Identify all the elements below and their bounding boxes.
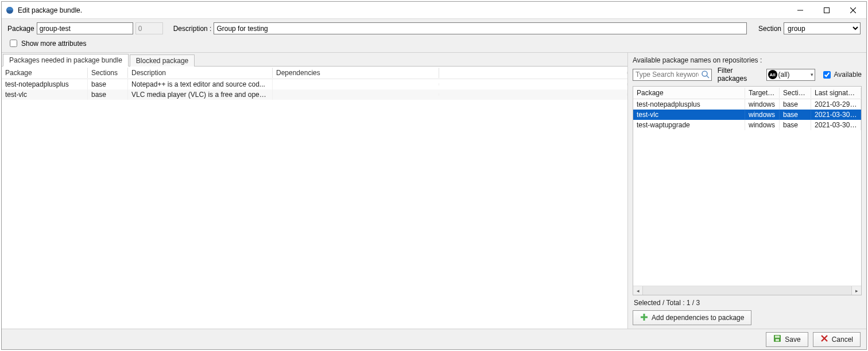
left-col-empty xyxy=(439,72,627,74)
bottom-bar: Save Cancel xyxy=(2,329,866,349)
scroll-left-icon[interactable]: ◂ xyxy=(633,286,642,295)
save-icon xyxy=(773,334,781,344)
minimize-button[interactable] xyxy=(787,2,813,19)
chevron-down-icon: ▾ xyxy=(811,72,813,77)
filter-all-icon: All xyxy=(768,70,777,79)
svg-point-5 xyxy=(702,71,707,76)
table-row[interactable]: test-notepadplusplus base Notepad++ is a… xyxy=(2,79,627,89)
right-col-sections[interactable]: Sections xyxy=(780,88,811,98)
scroll-track[interactable] xyxy=(642,286,852,295)
table-row[interactable]: test-waptupgrade windows base 2021-03-30… xyxy=(633,120,861,130)
left-col-sections[interactable]: Sections xyxy=(88,68,128,78)
plus-icon xyxy=(640,313,648,323)
right-pane: Available package names on repositories … xyxy=(627,52,866,329)
description-input[interactable] xyxy=(214,22,747,34)
table-row[interactable]: test-notepadplusplus windows base 2021-0… xyxy=(633,99,861,110)
table-row[interactable]: test-vlc base VLC media player (VLC) is … xyxy=(2,89,627,100)
close-button[interactable] xyxy=(840,2,866,19)
package-label: Package xyxy=(7,25,34,33)
attributes-row: Show more attributes xyxy=(2,37,866,52)
save-button[interactable]: Save xyxy=(766,332,808,347)
right-col-target-os[interactable]: Target OS xyxy=(745,88,780,98)
section-select[interactable]: group xyxy=(784,22,861,34)
table-row[interactable]: test-vlc windows base 2021-03-30T09... xyxy=(633,110,861,120)
left-col-description[interactable]: Description xyxy=(128,68,273,78)
left-table-head: Package Sections Description Dependencie… xyxy=(2,67,627,79)
cancel-button[interactable]: Cancel xyxy=(813,332,861,347)
search-input[interactable] xyxy=(633,69,712,81)
right-table[interactable]: Package Target OS Sections Last signatur… xyxy=(633,86,862,295)
search-wrap xyxy=(633,69,712,81)
right-controls: Filter packages All (all) ▾ Available xyxy=(628,67,866,86)
tabs: Packages needed in package bundle Blocke… xyxy=(2,53,627,67)
form-bar: Package 0 Description : Section group xyxy=(2,19,866,37)
tab-blocked[interactable]: Blocked package xyxy=(130,54,195,67)
app-icon xyxy=(5,6,14,15)
description-label: Description : xyxy=(173,25,212,33)
svg-rect-8 xyxy=(641,316,648,318)
svg-line-6 xyxy=(707,76,709,78)
left-col-dependencies[interactable]: Dependencies xyxy=(273,68,439,78)
right-col-package[interactable]: Package xyxy=(633,88,745,98)
window: Edit package bundle. Package 0 Descripti… xyxy=(1,1,867,350)
window-title: Edit package bundle. xyxy=(18,6,82,14)
right-col-last-signature[interactable]: Last signature ... xyxy=(811,88,861,98)
available-checkbox[interactable] xyxy=(823,71,831,79)
selection-status: Selected / Total : 1 / 3 xyxy=(628,295,866,310)
left-pane: Packages needed in package bundle Blocke… xyxy=(2,52,627,329)
show-more-checkbox[interactable] xyxy=(10,40,17,47)
tab-needed[interactable]: Packages needed in package bundle xyxy=(3,54,129,67)
search-icon xyxy=(701,70,710,79)
filter-label: Filter packages xyxy=(718,67,761,83)
svg-rect-10 xyxy=(775,336,780,338)
cancel-icon xyxy=(820,334,828,344)
available-checkbox-wrap[interactable]: Available xyxy=(821,69,862,80)
filter-select[interactable]: All (all) ▾ xyxy=(766,69,815,81)
left-table[interactable]: Package Sections Description Dependencie… xyxy=(2,67,627,329)
svg-rect-2 xyxy=(824,7,830,13)
section-label: Section xyxy=(758,25,781,33)
package-input[interactable] xyxy=(37,22,133,34)
main-split: Packages needed in package bundle Blocke… xyxy=(2,52,866,329)
left-col-package[interactable]: Package xyxy=(2,68,88,78)
right-heading: Available package names on repositories … xyxy=(628,53,866,67)
horizontal-scrollbar[interactable]: ◂ ▸ xyxy=(633,286,861,295)
add-dependencies-button[interactable]: Add dependencies to package xyxy=(633,310,751,325)
scroll-right-icon[interactable]: ▸ xyxy=(852,286,861,295)
show-more-label: Show more attributes xyxy=(21,40,86,48)
title-bar: Edit package bundle. xyxy=(2,2,866,19)
version-field: 0 xyxy=(135,22,163,34)
svg-rect-11 xyxy=(776,339,779,341)
right-table-head: Package Target OS Sections Last signatur… xyxy=(633,87,861,99)
maximize-button[interactable] xyxy=(813,2,840,19)
